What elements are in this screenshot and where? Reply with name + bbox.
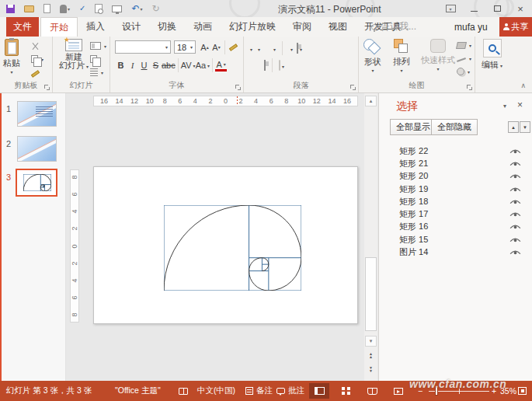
selection-item-label[interactable]: 矩形 18 [399,196,428,207]
close-icon[interactable]: × [509,0,532,17]
italic-button[interactable]: I [127,59,138,72]
tab-insert[interactable]: 插入 [78,17,113,37]
undo-icon[interactable]: ↶▾ [131,2,142,15]
proofing-icon[interactable] [179,381,188,401]
shapes-button[interactable]: 形状▾ [363,39,382,72]
pane-menu-icon[interactable]: ▾ [503,103,506,110]
visibility-eye-icon[interactable] [509,235,522,244]
golden-spiral-drawing[interactable] [164,205,301,291]
scroll-up-icon[interactable]: ▴ [365,96,377,106]
reset-button[interactable] [90,54,106,65]
zoom-slider[interactable] [429,391,489,392]
tab-file[interactable]: 文件 [6,17,39,37]
align-text-button[interactable] [297,44,302,53]
visibility-eye-icon[interactable] [509,159,522,168]
print-preview-icon[interactable] [95,2,103,15]
selection-item-label[interactable]: 矩形 22 [399,145,428,157]
visibility-eye-icon[interactable] [509,147,522,155]
bold-button[interactable]: B [115,59,127,72]
save-icon[interactable] [6,2,15,15]
selection-item-label[interactable]: 矩形 21 [399,158,428,169]
theme-name[interactable]: "Office 主题" [115,381,161,401]
spelling-icon[interactable]: ✓ [79,2,85,15]
shape-fill-button[interactable] [457,40,471,51]
maximize-icon[interactable] [485,0,509,17]
format-painter-button[interactable] [31,67,43,78]
normal-view-button[interactable] [309,383,329,399]
slide-counter[interactable]: 幻灯片 第 3 张，共 3 张 [6,381,92,401]
visibility-eye-icon[interactable] [509,222,522,231]
reorder-down-icon[interactable]: ▼ [520,121,530,133]
smartart-convert-button[interactable] [279,61,284,70]
visibility-eye-icon[interactable] [509,172,522,180]
section-button[interactable] [90,67,106,78]
slide-canvas[interactable] [93,166,358,324]
new-document-icon[interactable] [43,2,50,15]
dialog-launcher-icon[interactable] [235,85,241,90]
ribbon-display-options-icon[interactable]: ▾ [439,0,462,17]
selection-item-label[interactable]: 矩形 17 [399,208,428,220]
visibility-eye-icon[interactable] [509,185,522,194]
tab-design[interactable]: 设计 [113,17,149,37]
tab-home[interactable]: 开始 [40,17,78,37]
cut-button[interactable] [31,40,43,51]
tab-review[interactable]: 审阅 [284,17,320,37]
redo-icon[interactable]: ↻ [151,2,159,15]
visibility-eye-icon[interactable] [509,197,522,206]
fit-to-window-icon[interactable] [518,381,527,401]
tab-animations[interactable]: 动画 [185,17,221,37]
shape-effects-button[interactable] [457,66,471,77]
reorder-up-icon[interactable]: ▲ [508,121,519,133]
touch-mode-icon[interactable]: ▾ [60,2,70,15]
selection-item-row[interactable]: 矩形 17 [379,207,532,220]
selection-item-row[interactable]: 矩形 19 [379,183,532,195]
hide-all-button[interactable]: 全部隐藏 [431,119,478,135]
selection-item-label[interactable]: 矩形 19 [399,183,428,195]
open-icon[interactable] [24,2,34,15]
show-all-button[interactable]: 全部显示 [390,119,436,135]
user-name[interactable]: mufa yu [454,17,488,37]
new-slide-button[interactable]: ★ 新建 幻灯片 [59,39,89,71]
share-button[interactable]: 共享 [499,17,532,37]
vertical-ruler[interactable]: 864202468 [70,169,79,323]
font-color-button[interactable]: A [215,60,227,71]
notes-button[interactable]: 备注 [245,381,273,401]
reading-view-button[interactable] [362,383,382,399]
text-direction-button[interactable] [289,44,293,53]
slide-thumbnail-2[interactable] [17,136,57,162]
scroll-down-icon[interactable]: ▾ [365,336,377,347]
paste-button[interactable]: 粘贴▾ [3,39,20,74]
scrollbar-thumb[interactable] [365,257,377,331]
selection-item-row[interactable]: 矩形 22 [379,145,532,157]
selection-item-label[interactable]: 矩形 15 [399,234,428,246]
selection-item-row[interactable]: 矩形 18 [379,195,532,207]
slide-thumbnail-3-selected[interactable] [16,169,57,197]
font-name-combo[interactable] [115,40,171,54]
slideshow-view-button[interactable] [388,383,409,399]
minimize-icon[interactable] [462,0,485,17]
selection-item-label[interactable]: 图片 14 [399,246,428,258]
selection-item-label[interactable]: 矩形 16 [399,221,428,232]
vertical-scrollbar[interactable]: ▴ ▾ ▲▲ ▼▼ [364,93,377,381]
selection-item-row[interactable]: 矩形 20 [379,170,532,183]
next-slide-icon[interactable]: ▼▼ [365,364,377,375]
selection-item-row[interactable]: 图片 14 [379,246,532,258]
selection-item-row[interactable]: 矩形 21 [379,157,532,169]
clear-formatting-button[interactable] [228,40,239,54]
dialog-launcher-icon[interactable] [350,85,356,90]
selection-item-row[interactable]: 矩形 16 [379,221,532,233]
line-spacing-button[interactable] [272,44,276,53]
tell-me-box[interactable]: 告诉我... [371,17,416,37]
layout-button[interactable] [90,40,106,51]
pane-close-icon[interactable]: × [517,99,523,110]
dialog-launcher-icon[interactable] [467,85,472,90]
numbering-button[interactable] [256,44,260,53]
dialog-launcher-icon[interactable] [44,85,50,90]
tab-view[interactable]: 视图 [320,17,356,37]
shadow-button[interactable]: S [150,59,162,72]
font-size-combo[interactable]: 18 [174,40,196,54]
shape-outline-button[interactable] [457,53,471,64]
bullets-button[interactable] [249,44,252,53]
previous-slide-icon[interactable]: ▲▲ [365,350,377,361]
editing-button[interactable]: 编辑 [482,39,502,71]
